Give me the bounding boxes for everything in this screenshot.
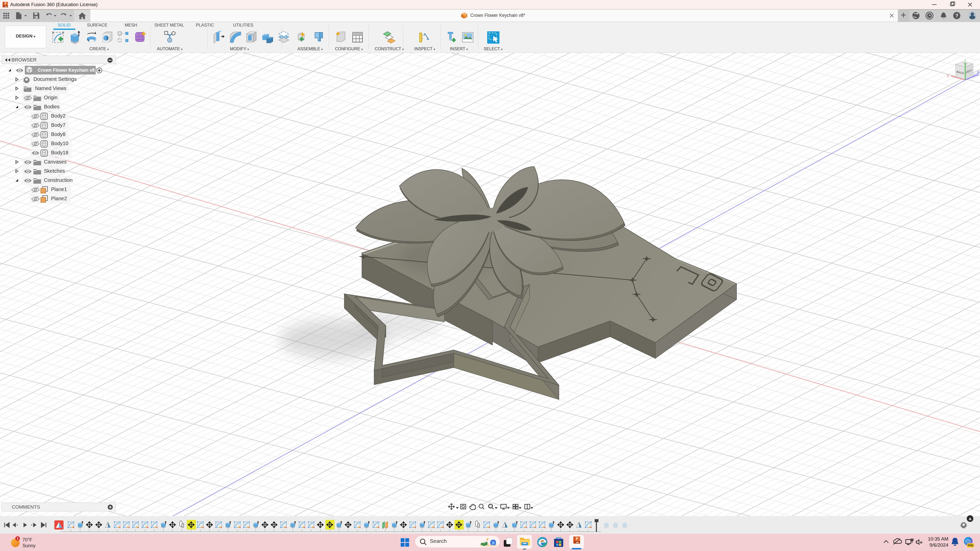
svg-text:Z: Z (977, 70, 979, 74)
svg-text:a: a (969, 516, 971, 521)
svg-text:F: F (576, 537, 578, 541)
svg-text:PRE: PRE (968, 544, 974, 547)
svg-text:1: 1 (17, 537, 19, 540)
svg-text:360: 360 (576, 541, 579, 544)
svg-text:X: X (947, 74, 950, 78)
svg-text:Y: Y (964, 59, 966, 62)
svg-text:F: F (5, 2, 6, 5)
svg-text:?: ? (955, 13, 958, 18)
svg-text:360: 360 (5, 6, 7, 7)
